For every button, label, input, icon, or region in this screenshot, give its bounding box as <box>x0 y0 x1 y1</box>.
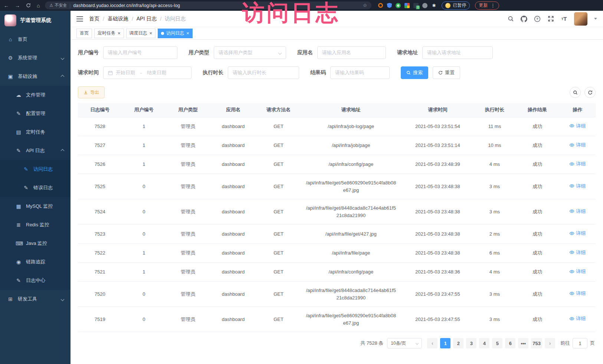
forward-icon[interactable]: → <box>15 3 20 8</box>
sidebar-item-home[interactable]: ⌂首页 <box>0 30 71 49</box>
pager-page-button[interactable]: 6 <box>505 338 515 348</box>
detail-link[interactable]: 详细 <box>569 122 586 130</box>
sidebar-item-system-mgmt[interactable]: ⚙系统管理 <box>0 49 71 67</box>
home-icon[interactable]: ⌂ <box>37 3 40 8</box>
detail-link[interactable]: 详细 <box>569 230 586 237</box>
goto-page-input[interactable] <box>573 338 587 348</box>
duration-input[interactable]: 请输入执行时长 <box>228 66 299 79</box>
sidebar-item-label: 链路追踪 <box>26 259 45 265</box>
sidebar-menu: ⌂首页⚙系统管理▣基础设施☁文件管理✎配置管理▤定时任务✎API 日志✎访问日志… <box>0 30 71 308</box>
sidebar-item-trace[interactable]: ◉链路追踪 <box>0 253 71 271</box>
detail-link-label: 详细 <box>576 208 586 215</box>
cell-user-type: 管理员 <box>166 307 210 332</box>
app-name-input[interactable]: 请输入应用名 <box>317 46 386 59</box>
sidebar-item-redis-monitor[interactable]: ≣Redis 监控 <box>0 216 71 234</box>
dev-tools-icon: ⊞ <box>7 296 13 302</box>
column-header: 操作结果 <box>515 103 560 117</box>
cell-user-id: 1 <box>122 117 166 136</box>
reset-button[interactable]: 重置 <box>433 66 460 79</box>
search-button[interactable]: 搜索 <box>401 66 428 79</box>
cell-request-url: /api/infra/file/get/427.jpg <box>301 224 402 243</box>
tab-home[interactable]: 首页 <box>76 29 92 38</box>
sidebar-item-java-monitor[interactable]: ⌨Java 监控 <box>0 234 71 253</box>
extension-icon-1[interactable] <box>378 3 383 8</box>
avatar[interactable] <box>574 12 587 26</box>
export-button[interactable]: 导出 <box>78 86 105 98</box>
sidebar-item-cron-jobs[interactable]: ▤定时任务 <box>0 123 71 141</box>
pager-page-button[interactable]: 5 <box>492 338 502 348</box>
tab-access-log[interactable]: 访问日志× <box>158 29 193 38</box>
chevron-down-icon[interactable] <box>594 18 597 20</box>
date-range-input[interactable]: 开始日期 - 结束日期 <box>103 66 191 79</box>
not-secure-warning[interactable]: ⚠ 不安全 <box>49 3 67 8</box>
extension-icon-5[interactable] <box>413 3 419 8</box>
detail-link-label: 详细 <box>576 160 586 168</box>
close-icon[interactable]: × <box>150 31 153 36</box>
breadcrumb-item[interactable]: 基础设施 <box>108 16 128 22</box>
sidebar-item-error-log[interactable]: ✎错误日志 <box>0 178 71 197</box>
close-icon[interactable]: × <box>186 31 189 36</box>
detail-link[interactable]: 详细 <box>569 268 586 275</box>
browser-update-button[interactable]: 更新 ⋮ <box>475 1 499 10</box>
sidebar-item-api-log[interactable]: ✎API 日志 <box>0 141 71 160</box>
help-icon[interactable]: ? <box>534 16 541 22</box>
cell-user-id: 1 <box>122 155 166 174</box>
tab-schedule-log[interactable]: 调度日志× <box>126 29 156 38</box>
extension-icon-7[interactable]: ✱ <box>431 3 436 8</box>
tags-view: 首页定时任务×调度日志×访问日志× <box>71 27 603 40</box>
pager-page-button[interactable]: 1 <box>440 338 450 348</box>
pager-page-button[interactable]: 2 <box>453 338 463 348</box>
sidebar-item-infrastructure[interactable]: ▣基础设施 <box>0 67 71 86</box>
pager-next-button[interactable]: › <box>545 338 555 348</box>
cell-request-time: 2021-05-03 23:48:38 <box>402 199 474 224</box>
detail-link[interactable]: 详细 <box>569 208 586 215</box>
browser-menu-icon[interactable]: ⋮ <box>491 3 495 8</box>
breadcrumb-item[interactable]: API 日志 <box>137 16 157 22</box>
user-type-select[interactable]: 请选择用户类型 <box>214 46 286 59</box>
sidebar-item-mysql-monitor[interactable]: ▦MySQL 监控 <box>0 197 71 216</box>
search-icon[interactable] <box>507 16 514 22</box>
sidebar-item-access-log[interactable]: ✎访问日志 <box>0 160 71 178</box>
sidebar-item-file-mgmt[interactable]: ☁文件管理 <box>0 86 71 104</box>
tab-cron-jobs[interactable]: 定时任务× <box>94 29 124 38</box>
user-id-input[interactable]: 请输入用户编号 <box>103 46 177 59</box>
back-icon[interactable]: ← <box>4 3 9 8</box>
extension-icon-6[interactable] <box>422 3 427 8</box>
pager-page-button[interactable]: 3 <box>466 338 476 348</box>
extension-icon-4[interactable] <box>404 3 410 8</box>
page-size-select[interactable]: 10条/页 <box>387 338 422 348</box>
detail-link[interactable]: 详细 <box>569 160 586 168</box>
app-logo[interactable]: 芋道管理系统 <box>0 11 71 30</box>
font-size-icon[interactable]: TT <box>561 16 567 22</box>
extension-icon-2[interactable] <box>387 3 392 8</box>
bookmark-star-icon[interactable]: ☆ <box>363 3 367 8</box>
cell-user-type: 管理员 <box>166 262 210 281</box>
github-icon[interactable] <box>521 16 527 22</box>
detail-link[interactable]: 详细 <box>569 141 586 149</box>
extension-icon-3[interactable] <box>396 3 401 8</box>
request-url-input[interactable]: 请输入请求地址 <box>422 46 493 59</box>
hamburger-icon[interactable] <box>76 16 83 22</box>
refresh-button[interactable] <box>584 87 596 98</box>
toggle-search-button[interactable] <box>570 87 581 98</box>
breadcrumb-item[interactable]: 首页 <box>89 16 99 22</box>
close-icon[interactable]: × <box>118 31 121 36</box>
pager-prev-button[interactable]: ‹ <box>427 338 437 348</box>
detail-link[interactable]: 详细 <box>569 315 586 322</box>
pager-page-button[interactable]: 4 <box>479 338 489 348</box>
fullscreen-icon[interactable] <box>547 16 554 22</box>
sidebar-item-log-center[interactable]: ✎日志中心 <box>0 271 71 290</box>
pager-page-button[interactable]: 753 <box>531 338 542 348</box>
detail-link[interactable]: 详细 <box>569 290 586 297</box>
column-header: 用户编号 <box>122 103 166 117</box>
chevron-up-icon <box>61 149 65 153</box>
user-id-label: 用户编号 <box>78 49 99 56</box>
address-bar[interactable]: ⚠ 不安全 | dashboard.yudao.iocoder.cn/infra… <box>45 1 371 9</box>
paused-badge[interactable]: 已暂停 <box>442 1 470 10</box>
sidebar-item-config-mgmt[interactable]: ✎配置管理 <box>0 104 71 123</box>
sidebar-item-dev-tools[interactable]: ⊞研发工具 <box>0 290 71 308</box>
detail-link[interactable]: 详细 <box>569 249 586 256</box>
reload-icon[interactable] <box>26 3 31 8</box>
detail-link[interactable]: 详细 <box>569 183 586 190</box>
result-code-input[interactable]: 请输入结果码 <box>330 66 390 79</box>
